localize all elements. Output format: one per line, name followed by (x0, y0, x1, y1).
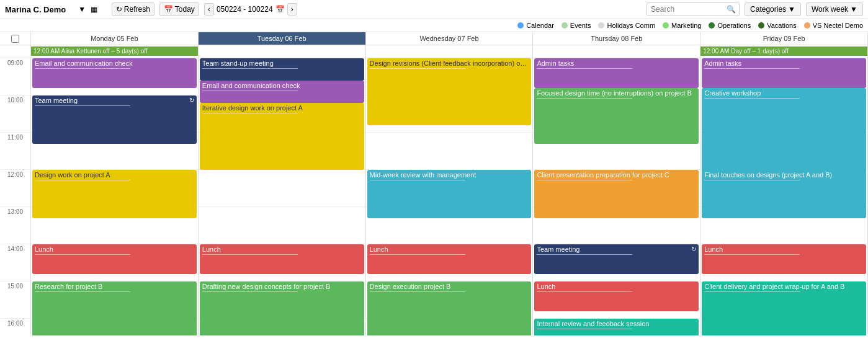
event-title: Admin tasks (704, 60, 864, 67)
app-dropdown-icon[interactable]: ▼ (78, 5, 86, 14)
legend-label: Events (570, 22, 591, 29)
legend-label: Marketing (671, 22, 701, 29)
event-title: Admin tasks (537, 60, 696, 67)
event-title: Client presentation preparation for proj… (537, 171, 696, 179)
event-title: Internal review and feedback session (537, 320, 696, 327)
event-title: Design execution project B (370, 283, 529, 290)
calendar-event[interactable]: Internal review and feedback session (534, 319, 699, 335)
categories-label: Categories (750, 5, 786, 14)
calendar-event[interactable]: Design revisions (Client feedback incorp… (367, 58, 532, 125)
day-header-0: Monday 05 Feb (31, 32, 199, 45)
calendar-event[interactable]: Email and communication check (32, 58, 197, 88)
legend-item-vacations[interactable]: Vacations (758, 22, 797, 29)
time-grid: 09:0010:0011:0012:0013:0014:0015:0016:00… (0, 58, 868, 335)
calendar-event[interactable]: Email and communication check (200, 81, 364, 103)
time-label: 12:00 (0, 170, 30, 207)
search-icon: 🔍 (727, 5, 736, 14)
event-underline (35, 105, 130, 106)
day-columns: Email and communication check↻Team meeti… (31, 58, 868, 335)
day-header-1: Tuesday 06 Feb (199, 32, 366, 45)
today-icon: 📅 (164, 5, 173, 14)
event-underline (370, 68, 465, 69)
time-label: 10:00 (0, 95, 30, 133)
legend-item-holidays-comm[interactable]: Holidays Comm (598, 22, 655, 29)
event-underline (370, 254, 465, 255)
legend-item-calendar[interactable]: Calendar (517, 22, 554, 29)
categories-dropdown[interactable]: Categories ▼ (745, 2, 801, 16)
legend-item-operations[interactable]: Operations (709, 22, 751, 29)
search-input[interactable] (647, 2, 740, 16)
refresh-icon: ↻ (116, 5, 122, 14)
day-headers: Monday 05 FebTuesday 06 FebWednesday 07 … (0, 32, 868, 45)
allday-event[interactable]: 12:00 AM Day off – 1 day(s) off (700, 47, 867, 56)
event-title: Client delivery and project wrap-up for … (704, 283, 864, 290)
calendar-event[interactable]: Design work on project A (32, 170, 197, 218)
calendar-event[interactable]: Drafting new design concepts for project… (200, 281, 364, 335)
day-col-1: Team stand-up meetingEmail and communica… (199, 58, 366, 335)
event-underline (537, 254, 632, 255)
event-title: Focused design time (no interruptions) o… (537, 89, 696, 97)
calendar-event[interactable]: Final touches on designs (project A and … (702, 170, 866, 218)
event-underline (537, 68, 632, 69)
calendar-event[interactable]: ↻Team meeting (534, 244, 699, 274)
calendar-event[interactable]: Creative workshop (702, 88, 866, 181)
refresh-button[interactable]: ↻ Refresh (112, 2, 154, 16)
time-label: 13:00 (0, 207, 30, 244)
event-underline (202, 113, 298, 113)
calendar-event[interactable]: Client delivery and project wrap-up for … (702, 281, 866, 335)
day-header-2: Wednesday 07 Feb (366, 32, 534, 45)
legend-dot (758, 22, 764, 29)
calendar-event[interactable]: Admin tasks (702, 58, 866, 88)
calendar-event[interactable]: ↻Team meeting (32, 95, 197, 144)
legend-item-events[interactable]: Events (562, 22, 591, 29)
calendar-event[interactable]: Lunch (32, 244, 197, 274)
calendar-event[interactable]: Lunch (367, 244, 532, 274)
calendar-event[interactable]: Focused design time (no interruptions) o… (534, 88, 699, 144)
calendar-event[interactable]: Design execution project B (367, 281, 532, 335)
topbar: Marina C. Demo ▼ ▦ ↻ Refresh 📅 Today ‹ 0… (0, 0, 868, 19)
calendar-event[interactable]: Lunch (702, 244, 866, 274)
allday-cell-1 (199, 45, 366, 58)
event-underline (537, 291, 632, 292)
day-col-0: Email and communication check↻Team meeti… (31, 58, 199, 335)
event-underline (35, 254, 130, 255)
legend-label: Vacations (767, 22, 797, 29)
calendar-event[interactable]: Client presentation preparation for proj… (534, 170, 699, 218)
allday-cell-4: 12:00 AM Day off – 1 day(s) off (700, 45, 868, 58)
event-underline (537, 98, 632, 99)
event-underline (704, 68, 800, 69)
refresh-label: Refresh (124, 5, 150, 14)
legend-item-vs-nectel-demo[interactable]: VS Nectel Demo (804, 22, 863, 29)
calendar: Monday 05 FebTuesday 06 FebWednesday 07 … (0, 32, 868, 335)
event-underline (35, 180, 130, 180)
hour-cell (199, 207, 365, 244)
calendar-event[interactable]: Mid-week review with management (367, 170, 532, 218)
allday-event[interactable]: 12:00 AM Alisa Kettunen off – 5 day(s) o… (31, 47, 199, 56)
event-title: Email and communication check (35, 60, 194, 67)
calendar-event[interactable]: Lunch (200, 244, 364, 274)
event-underline (537, 180, 632, 180)
hour-cell (366, 133, 533, 170)
select-all-checkbox[interactable] (11, 35, 19, 43)
view-dropdown[interactable]: Work week ▼ (806, 2, 863, 16)
calendar-event[interactable]: Research for project B (32, 281, 197, 335)
today-button[interactable]: 📅 Today (159, 2, 199, 16)
legend-item-marketing[interactable]: Marketing (663, 22, 701, 29)
calendar-event[interactable]: Admin tasks (534, 58, 699, 88)
calendar-icon[interactable]: 📅 (275, 5, 285, 14)
event-title: Design work on project A (35, 171, 194, 179)
allday-cell-2 (366, 45, 534, 58)
event-refresh-icon: ↻ (691, 246, 696, 252)
next-button[interactable]: › (287, 3, 297, 16)
allday-cell-3 (533, 45, 700, 58)
day-header-3: Thursday 08 Feb (533, 32, 700, 45)
calendar-event[interactable]: Lunch (534, 281, 699, 311)
view-chevron-icon: ▼ (850, 5, 857, 14)
calendar-event[interactable]: Team stand-up meeting (200, 58, 364, 81)
event-underline (202, 291, 298, 292)
filter-icon[interactable]: ▦ (91, 5, 97, 14)
calendar-event[interactable]: Iterative design work on project A (200, 103, 364, 170)
event-title: Lunch (202, 246, 362, 253)
event-title: Creative workshop (704, 89, 864, 97)
prev-button[interactable]: ‹ (204, 3, 214, 16)
